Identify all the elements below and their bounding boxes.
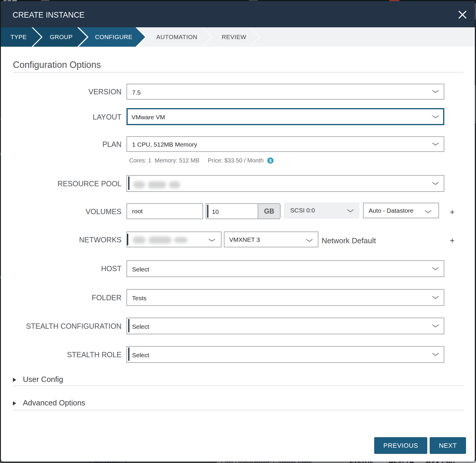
svg-text:AUTOMATION: AUTOMATION [156,33,198,40]
svg-text:CONFIGURE: CONFIGURE [95,33,133,40]
svg-text:GROUP: GROUP [50,33,73,40]
svg-text:TYPE: TYPE [11,33,27,40]
svg-text:REVIEW: REVIEW [222,33,247,40]
svg-text:$: $ [269,158,271,163]
